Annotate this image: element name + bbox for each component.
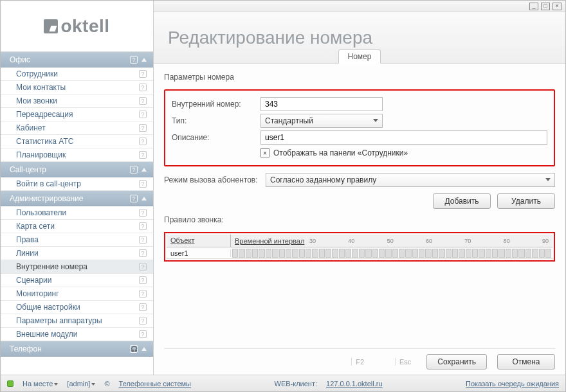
sidebar-item[interactable]: Мои контакты xyxy=(1,81,153,94)
timeline-cell[interactable] xyxy=(359,249,365,258)
sidebar-item[interactable]: Линии xyxy=(1,247,153,260)
sidebar-item[interactable]: Параметры аппаратуры xyxy=(1,314,153,328)
timeline-cell[interactable] xyxy=(345,249,351,258)
timeline-cell[interactable] xyxy=(399,249,405,258)
sidebar-item[interactable]: Кабинет xyxy=(1,121,153,135)
timeline-cell[interactable] xyxy=(545,249,551,258)
timeline-cell[interactable] xyxy=(259,249,264,258)
close-button[interactable]: × xyxy=(552,3,561,10)
timeline-cell[interactable] xyxy=(232,249,238,258)
sidebar-item-label: Переадресация xyxy=(16,110,73,119)
sidebar-item[interactable]: Статистика АТС xyxy=(1,135,153,148)
delete-button[interactable]: Удалить xyxy=(497,193,555,209)
add-button[interactable]: Добавить xyxy=(433,193,491,209)
timeline-cell[interactable] xyxy=(332,249,338,258)
sidebar-group[interactable]: Офис xyxy=(1,52,153,67)
sidebar-item[interactable]: Пользователи xyxy=(1,206,153,220)
internal-number-input[interactable] xyxy=(260,97,383,111)
sidebar-item[interactable]: Внешние модули xyxy=(1,328,153,341)
phone-systems-link[interactable]: Телефонные системы xyxy=(119,380,191,388)
show-panel-checkbox[interactable]: × xyxy=(260,148,269,157)
timeline-cell[interactable] xyxy=(246,249,251,258)
sidebar-item[interactable]: Мои звонки xyxy=(1,94,153,108)
sidebar-nav: ОфисСотрудникиМои контактыМои звонкиПере… xyxy=(1,52,153,375)
timeline-cell[interactable] xyxy=(405,249,411,258)
sidebar-item[interactable]: Карта сети xyxy=(1,220,153,233)
tab-number[interactable]: Номер xyxy=(338,49,381,64)
row-timeline[interactable] xyxy=(231,248,552,258)
table-row[interactable]: user1 xyxy=(167,247,552,259)
timeline-cell[interactable] xyxy=(319,249,325,258)
sidebar-item[interactable]: Права xyxy=(1,233,153,247)
timeline-cell[interactable] xyxy=(392,249,398,258)
timeline-cell[interactable] xyxy=(446,249,452,258)
timeline-cell[interactable] xyxy=(479,249,484,258)
call-mode-select[interactable]: Согласно заданному правилу xyxy=(266,173,555,187)
webclient-link[interactable]: 127.0.0.1.oktell.ru xyxy=(326,380,382,388)
timeline-cell[interactable] xyxy=(385,249,391,258)
timeline-cell[interactable] xyxy=(372,249,378,258)
sidebar-item-label: Мои контакты xyxy=(16,83,66,92)
sidebar-item[interactable]: Сотрудники xyxy=(1,67,153,81)
timeline-cell[interactable] xyxy=(412,249,418,258)
timeline-cell[interactable] xyxy=(292,249,298,258)
timeline-cell[interactable] xyxy=(525,249,531,258)
timeline-cell[interactable] xyxy=(419,249,424,258)
timeline-cell[interactable] xyxy=(286,249,291,258)
timeline-cell[interactable] xyxy=(506,249,511,258)
type-select[interactable]: Стандартный xyxy=(260,114,383,128)
sidebar-item[interactable]: Планировщик xyxy=(1,148,153,162)
timeline-cell[interactable] xyxy=(312,249,318,258)
sidebar-item[interactable]: Внутренние номера xyxy=(1,260,153,274)
timeline-cell[interactable] xyxy=(365,249,371,258)
timeline-cell[interactable] xyxy=(266,249,271,258)
group-icon xyxy=(130,56,138,64)
timeline-cell[interactable] xyxy=(239,249,244,258)
timeline-cell[interactable] xyxy=(512,249,518,258)
minimize-button[interactable]: _ xyxy=(529,3,538,10)
timeline-cell[interactable] xyxy=(532,249,538,258)
sidebar-item[interactable]: Сценарии xyxy=(1,274,153,287)
timeline-cell[interactable] xyxy=(498,249,504,258)
sidebar-item[interactable]: Войти в call-центр xyxy=(1,177,153,191)
presence-label[interactable]: На месте xyxy=(23,380,58,388)
col-object[interactable]: Объект xyxy=(167,235,231,247)
timeline-cell[interactable] xyxy=(518,249,524,258)
timeline-cell[interactable] xyxy=(279,249,285,258)
sidebar-group[interactable]: Телефон xyxy=(1,341,153,357)
sidebar-item-label: Внутренние номера xyxy=(16,262,87,271)
timeline-cell[interactable] xyxy=(339,249,345,258)
sidebar-item[interactable]: Переадресация xyxy=(1,108,153,121)
item-icon xyxy=(139,249,147,257)
timeline-cell[interactable] xyxy=(492,249,498,258)
timeline-cell[interactable] xyxy=(379,249,385,258)
timeline-cell[interactable] xyxy=(306,249,311,258)
timeline-cell[interactable] xyxy=(325,249,331,258)
timeline-cell[interactable] xyxy=(439,249,444,258)
timeline-cell[interactable] xyxy=(425,249,431,258)
show-queue-link[interactable]: Показать очередь ожидания xyxy=(466,380,559,388)
save-button[interactable]: Сохранить xyxy=(426,354,487,370)
maximize-button[interactable]: □ xyxy=(541,3,550,10)
sidebar-item[interactable]: Общие настройки xyxy=(1,301,153,314)
timeline-cell[interactable] xyxy=(272,249,278,258)
description-input[interactable] xyxy=(260,130,547,145)
timeline-cell[interactable] xyxy=(432,249,438,258)
col-interval[interactable]: Временной интервал 30405060708090 xyxy=(231,235,552,247)
item-icon xyxy=(139,330,147,338)
sidebar-group[interactable]: Call-центр xyxy=(1,162,153,177)
timeline-cell[interactable] xyxy=(352,249,358,258)
timeline-cell[interactable] xyxy=(472,249,478,258)
timeline-cell[interactable] xyxy=(459,249,464,258)
timeline-cell[interactable] xyxy=(539,249,545,258)
sidebar-item[interactable]: Мониторинг xyxy=(1,287,153,301)
timeline-cell[interactable] xyxy=(299,249,305,258)
timeline-cell[interactable] xyxy=(466,249,471,258)
sidebar-group[interactable]: Администрирование xyxy=(1,191,153,206)
cancel-button[interactable]: Отмена xyxy=(497,354,555,370)
timeline-cell[interactable] xyxy=(452,249,458,258)
timeline-cell[interactable] xyxy=(252,249,258,258)
chevron-up-icon xyxy=(142,197,147,200)
timeline-cell[interactable] xyxy=(486,249,491,258)
user-label[interactable]: [admin] xyxy=(67,380,95,388)
